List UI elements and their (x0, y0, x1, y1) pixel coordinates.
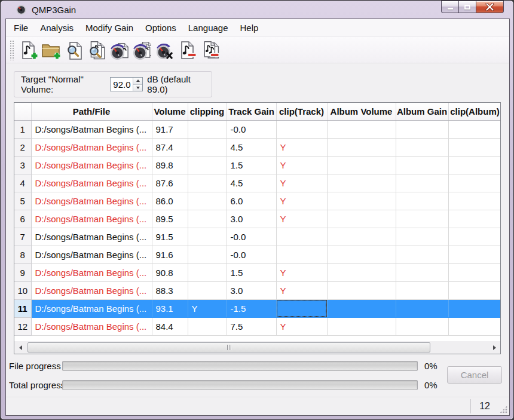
cell-clipping[interactable] (188, 263, 227, 281)
cell-volume[interactable]: 91.6 (152, 246, 188, 263)
cell-track-gain[interactable]: -0.0 (227, 228, 276, 246)
table-row[interactable]: 12 D:/songs/Batman Begins (... 84.4 7.5 … (14, 317, 501, 335)
column-header-album-gain[interactable]: Album Gain (396, 103, 448, 120)
cell-clip-album[interactable] (448, 281, 501, 299)
cell-path[interactable]: D:/songs/Batman Begins (... (31, 317, 152, 335)
cell-volume[interactable]: 84.4 (152, 317, 188, 335)
cell-clip-album[interactable] (448, 174, 501, 192)
cell-track-gain[interactable]: 6.0 (227, 192, 276, 210)
cell-clip-track[interactable]: Y (276, 192, 327, 210)
cell-clip-track[interactable] (276, 120, 327, 138)
cell-album-gain[interactable] (396, 281, 448, 299)
cell-clipping[interactable] (188, 210, 227, 228)
cell-path[interactable]: D:/songs/Batman Begins (... (31, 192, 152, 210)
add-file-button[interactable] (17, 39, 39, 62)
column-header-track-gain[interactable]: Track Gain (227, 103, 276, 120)
cell-clipping[interactable] (188, 281, 227, 299)
spin-up-button[interactable] (133, 78, 142, 84)
undo-gain-button[interactable] (153, 39, 176, 62)
analyze-all-files-button[interactable] (85, 39, 108, 62)
cell-clip-track[interactable]: Y (276, 210, 327, 228)
cell-clipping[interactable] (188, 228, 227, 246)
cell-clip-track[interactable]: Y (276, 281, 327, 299)
table-row[interactable]: 3 D:/songs/Batman Begins (... 89.8 1.5 Y (14, 156, 501, 174)
cell-track-gain[interactable]: 3.0 (227, 281, 276, 299)
cancel-button[interactable]: Cancel (447, 366, 502, 384)
cell-album-volume[interactable] (327, 120, 396, 138)
cell-clip-track[interactable] (276, 246, 327, 263)
row-number[interactable]: 12 (14, 317, 31, 335)
table-row[interactable]: 9 D:/songs/Batman Begins (... 90.8 1.5 Y (14, 263, 501, 281)
apply-track-gain-button[interactable] (108, 39, 130, 62)
cell-track-gain[interactable]: 1.5 (227, 156, 276, 174)
cell-album-gain[interactable] (396, 210, 448, 228)
cell-clipping[interactable] (188, 192, 227, 210)
cell-track-gain[interactable]: -1.5 (227, 299, 276, 317)
cell-track-gain[interactable]: 3.0 (227, 210, 276, 228)
cell-track-gain[interactable]: -0.0 (227, 120, 276, 138)
cell-clip-album[interactable] (448, 156, 501, 174)
cell-clipping[interactable]: Y (188, 299, 227, 317)
row-number[interactable]: 9 (14, 263, 31, 281)
resize-grip[interactable] (500, 406, 507, 413)
row-number[interactable]: 4 (14, 174, 31, 192)
cell-album-volume[interactable] (327, 138, 396, 156)
row-number[interactable]: 7 (14, 228, 31, 246)
cell-clipping[interactable] (188, 246, 227, 263)
cell-volume[interactable]: 91.5 (152, 228, 188, 246)
cell-path[interactable]: D:/songs/Batman Begins (... (31, 138, 152, 156)
row-number[interactable]: 11 (14, 299, 31, 317)
cell-clip-track[interactable]: Y (276, 317, 327, 335)
cell-clip-album[interactable] (448, 263, 501, 281)
spin-down-button[interactable] (133, 84, 142, 91)
cell-clip-album[interactable] (448, 138, 501, 156)
cell-path[interactable]: D:/songs/Batman Begins (... (31, 210, 152, 228)
column-header-clip-album[interactable]: clip(Album) (448, 103, 501, 120)
cell-album-volume[interactable] (327, 299, 396, 317)
column-header-volume[interactable]: Volume (152, 103, 188, 120)
table-row[interactable]: 11 D:/songs/Batman Begins (... 93.1 Y -1… (14, 299, 501, 317)
cell-album-volume[interactable] (327, 281, 396, 299)
cell-clip-album[interactable] (448, 246, 501, 263)
cell-album-gain[interactable] (396, 246, 448, 263)
row-number[interactable]: 8 (14, 246, 31, 263)
cell-clip-album[interactable] (448, 210, 501, 228)
cell-clip-track[interactable]: Y (276, 138, 327, 156)
column-header-album-volume[interactable]: Album Volume (327, 103, 396, 120)
cell-album-gain[interactable] (396, 263, 448, 281)
cell-clip-album[interactable] (448, 120, 501, 138)
table-row[interactable]: 4 D:/songs/Batman Begins (... 87.6 4.5 Y (14, 174, 501, 192)
cell-album-volume[interactable] (327, 228, 396, 246)
cell-album-volume[interactable] (327, 192, 396, 210)
cell-track-gain[interactable]: 1.5 (227, 263, 276, 281)
cell-album-gain[interactable] (396, 228, 448, 246)
cell-volume[interactable]: 89.8 (152, 156, 188, 174)
column-header-clipping[interactable]: clipping (188, 103, 227, 120)
cell-album-volume[interactable] (327, 210, 396, 228)
table-row[interactable]: 6 D:/songs/Batman Begins (... 89.5 3.0 Y (14, 210, 501, 228)
cell-clip-track[interactable]: Y (276, 263, 327, 281)
table-row[interactable]: 5 D:/songs/Batman Begins (... 86.0 6.0 Y (14, 192, 501, 210)
cell-clipping[interactable] (188, 317, 227, 335)
scroll-right-button[interactable] (488, 341, 500, 354)
cell-volume[interactable]: 87.4 (152, 138, 188, 156)
scrollbar-thumb[interactable] (27, 342, 430, 352)
remove-file-button[interactable] (176, 39, 198, 62)
table-row[interactable]: 8 D:/songs/Batman Begins (... 91.6 -0.0 (14, 246, 501, 263)
cell-clipping[interactable] (188, 156, 227, 174)
row-number[interactable]: 10 (14, 281, 31, 299)
scrollbar-track[interactable] (26, 341, 488, 354)
cell-clip-album[interactable] (448, 317, 501, 335)
cell-path[interactable]: D:/songs/Batman Begins (... (31, 174, 152, 192)
menu-item-file[interactable]: File (8, 20, 34, 36)
cell-album-gain[interactable] (396, 156, 448, 174)
maximize-button[interactable] (458, 1, 476, 13)
cell-track-gain[interactable]: 4.5 (227, 174, 276, 192)
target-volume-input[interactable] (111, 78, 133, 91)
cell-album-gain[interactable] (396, 317, 448, 335)
cell-clipping[interactable] (188, 120, 227, 138)
cell-clip-track[interactable]: Y (276, 156, 327, 174)
close-button[interactable] (476, 1, 504, 13)
row-number[interactable]: 1 (14, 120, 31, 138)
table-row[interactable]: 1 D:/songs/Batman Begins (... 91.7 -0.0 (14, 120, 501, 138)
